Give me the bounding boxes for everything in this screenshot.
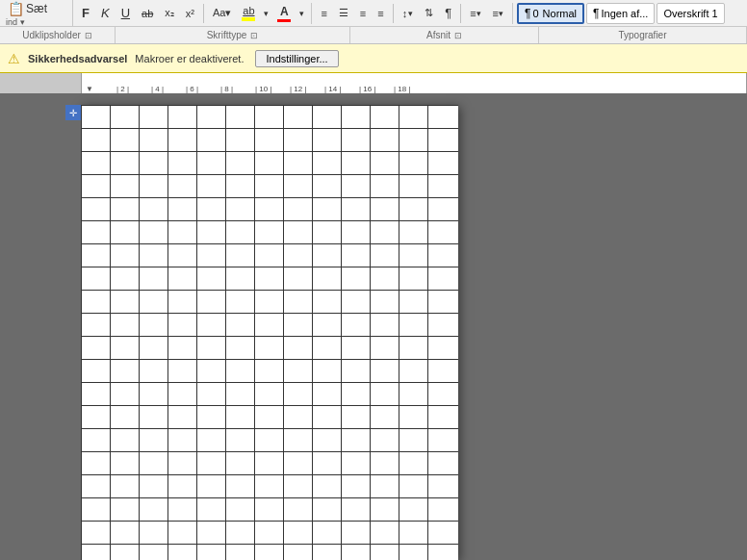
table-cell[interactable] <box>82 406 111 429</box>
table-cell[interactable] <box>140 106 168 129</box>
table-cell[interactable] <box>313 360 342 383</box>
table-cell[interactable] <box>226 129 255 152</box>
table-cell[interactable] <box>168 406 197 429</box>
table-cell[interactable] <box>284 337 313 360</box>
table-cell[interactable] <box>111 545 140 561</box>
table-cell[interactable] <box>428 267 459 291</box>
table-cell[interactable] <box>428 498 459 522</box>
table-cell[interactable] <box>313 545 342 561</box>
table-cell[interactable] <box>197 337 226 360</box>
table-cell[interactable] <box>399 429 428 452</box>
table-cell[interactable] <box>342 221 371 244</box>
table-cell[interactable] <box>140 244 168 267</box>
table-cell[interactable] <box>111 198 140 221</box>
table-cell[interactable] <box>197 152 226 175</box>
table-cell[interactable] <box>428 383 459 406</box>
table-cell[interactable] <box>371 175 399 198</box>
table-cell[interactable] <box>284 406 313 429</box>
table-cell[interactable] <box>255 522 284 545</box>
style-overskrift-button[interactable]: Overskrift 1 <box>657 3 724 24</box>
table-cell[interactable] <box>313 267 342 291</box>
table-cell[interactable] <box>399 267 428 291</box>
table-cell[interactable] <box>428 452 459 475</box>
table-cell[interactable] <box>399 129 428 152</box>
table-cell[interactable] <box>140 475 168 498</box>
table-cell[interactable] <box>284 129 313 152</box>
table-cell[interactable] <box>255 406 284 429</box>
table-cell[interactable] <box>226 475 255 498</box>
table-cell[interactable] <box>140 383 168 406</box>
table-cell[interactable] <box>255 221 284 244</box>
table-cell[interactable] <box>428 429 459 452</box>
table-cell[interactable] <box>168 314 197 337</box>
table-cell[interactable] <box>284 175 313 198</box>
table-cell[interactable] <box>399 498 428 522</box>
expand-font-icon[interactable]: ⊡ <box>250 31 258 40</box>
table-cell[interactable] <box>197 522 226 545</box>
table-cell[interactable] <box>226 175 255 198</box>
table-cell[interactable] <box>226 221 255 244</box>
table-row[interactable] <box>82 129 459 152</box>
table-cell[interactable] <box>82 314 111 337</box>
table-row[interactable] <box>82 429 459 452</box>
table-cell[interactable] <box>140 452 168 475</box>
table-cell[interactable] <box>82 475 111 498</box>
table-cell[interactable] <box>168 106 197 129</box>
table-row[interactable] <box>82 383 459 406</box>
table-cell[interactable] <box>428 152 459 175</box>
table-cell[interactable] <box>111 291 140 314</box>
table-cell[interactable] <box>313 452 342 475</box>
table-row[interactable] <box>82 314 459 337</box>
sæt-button[interactable]: 📋 Sæt <box>4 0 51 17</box>
table-cell[interactable] <box>168 291 197 314</box>
table-cell[interactable] <box>371 244 399 267</box>
table-cell[interactable] <box>82 244 111 267</box>
table-cell[interactable] <box>111 406 140 429</box>
table-cell[interactable] <box>399 152 428 175</box>
table-cell[interactable] <box>82 452 111 475</box>
table-cell[interactable] <box>197 175 226 198</box>
table-cell[interactable] <box>284 291 313 314</box>
table-cell[interactable] <box>284 498 313 522</box>
expand-para-icon[interactable]: ⊡ <box>454 31 462 40</box>
highlight-button[interactable]: ab <box>238 3 259 24</box>
table-cell[interactable] <box>284 475 313 498</box>
table-cell[interactable] <box>82 198 111 221</box>
table-cell[interactable] <box>313 406 342 429</box>
table-cell[interactable] <box>140 545 168 561</box>
table-cell[interactable] <box>255 291 284 314</box>
align-justify-button[interactable]: ≡ <box>373 3 388 24</box>
table-cell[interactable] <box>399 221 428 244</box>
table-cell[interactable] <box>197 244 226 267</box>
table-cell[interactable] <box>111 383 140 406</box>
table-cell[interactable] <box>111 152 140 175</box>
table-cell[interactable] <box>168 337 197 360</box>
table-cell[interactable] <box>371 106 399 129</box>
table-cell[interactable] <box>82 267 111 291</box>
table-cell[interactable] <box>399 291 428 314</box>
table-cell[interactable] <box>342 498 371 522</box>
table-cell[interactable] <box>428 314 459 337</box>
list-button[interactable]: ≡▾ <box>465 3 485 24</box>
table-cell[interactable] <box>313 175 342 198</box>
table-cell[interactable] <box>371 314 399 337</box>
table-cell[interactable] <box>168 221 197 244</box>
table-row[interactable] <box>82 545 459 561</box>
subscript-button[interactable]: x₂ <box>160 3 179 24</box>
table-cell[interactable] <box>140 337 168 360</box>
table-cell[interactable] <box>255 129 284 152</box>
italic-button[interactable]: K <box>96 3 115 24</box>
show-marks-button[interactable]: ¶ <box>440 3 456 24</box>
table-cell[interactable] <box>371 383 399 406</box>
table-cell[interactable] <box>284 360 313 383</box>
table-cell[interactable] <box>342 152 371 175</box>
table-cell[interactable] <box>111 221 140 244</box>
table-cell[interactable] <box>371 291 399 314</box>
table-cell[interactable] <box>168 244 197 267</box>
table-cell[interactable] <box>342 244 371 267</box>
table-cell[interactable] <box>82 337 111 360</box>
table-cell[interactable] <box>226 337 255 360</box>
table-cell[interactable] <box>399 360 428 383</box>
table-row[interactable] <box>82 475 459 498</box>
table-cell[interactable] <box>428 198 459 221</box>
